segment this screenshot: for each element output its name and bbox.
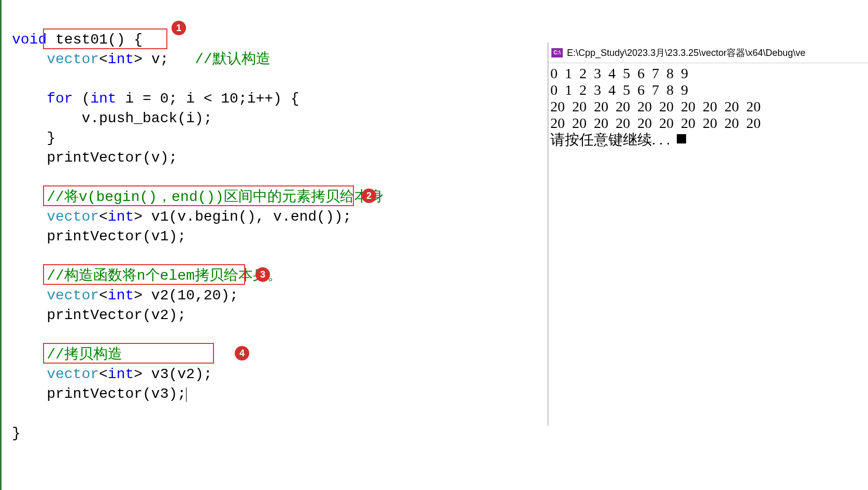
console-window[interactable]: C:\ E:\Cpp_Study\2023.3月\23.3.25\vector容… (548, 42, 868, 426)
console-line: 20 20 20 20 20 20 20 20 20 20 (550, 115, 761, 131)
keyword-int: int (108, 287, 134, 304)
code-text: ( (73, 91, 91, 107)
code-text: < (99, 209, 108, 225)
comment: //将v(begin()，end())区间中的元素拷贝给本身 (12, 189, 383, 205)
code-text: > v3(v2); (134, 366, 212, 382)
code-text: } (12, 130, 55, 146)
keyword-int: int (108, 51, 134, 67)
console-body[interactable]: 0 1 2 3 4 5 6 7 8 9 0 1 2 3 4 5 6 7 8 9 … (548, 63, 868, 150)
console-title: E:\Cpp_Study\2023.3月\23.3.25\vector容器\x6… (567, 47, 805, 59)
code-content: void test01() { vector<int> v; //默认构造 fo… (12, 10, 383, 463)
code-text: test01() { (47, 32, 143, 48)
type-vector: vector (12, 366, 99, 382)
code-text: > v2(10,20); (134, 287, 238, 304)
text-cursor (186, 387, 187, 402)
type-vector: vector (12, 209, 99, 225)
code-text: i = 0; i < 10;i++) { (117, 91, 300, 107)
type-vector: vector (47, 51, 99, 67)
console-titlebar[interactable]: C:\ E:\Cpp_Study\2023.3月\23.3.25\vector容… (548, 42, 868, 63)
annotation-badge-2: 2 (362, 189, 376, 203)
code-editor[interactable]: - - void test01() { vector<int> v; //默认构… (0, 0, 440, 490)
code-text: printVector(v); (12, 150, 177, 166)
comment: //构造函数将n个elem拷贝给本身。 (12, 268, 282, 284)
code-text: printVector(v3); (12, 386, 186, 402)
code-text: < (99, 366, 108, 382)
console-line: 20 20 20 20 20 20 20 20 20 20 (550, 98, 761, 114)
console-line: 0 1 2 3 4 5 6 7 8 9 (550, 65, 688, 81)
keyword-for: for (12, 91, 73, 107)
type-vector: vector (12, 287, 99, 304)
code-text: > v; (134, 51, 168, 67)
code-text: < (99, 287, 108, 304)
code-text: printVector(v1); (12, 228, 186, 244)
console-icon: C:\ (551, 48, 563, 57)
fold-gutter: - - (0, 0, 2, 490)
annotation-badge-4: 4 (235, 346, 249, 361)
comment: //默认构造 (169, 51, 271, 67)
annotation-badge-1: 1 (172, 21, 186, 35)
console-line: 0 1 2 3 4 5 6 7 8 9 (550, 82, 688, 98)
keyword-int: int (108, 209, 134, 225)
keyword-int: int (90, 91, 116, 107)
console-cursor (677, 134, 686, 143)
keyword-int: int (108, 366, 134, 382)
code-text: printVector(v2); (12, 307, 186, 323)
code-text: } (12, 425, 21, 441)
code-text: < (99, 51, 108, 67)
comment: //拷贝构造 (12, 347, 122, 363)
console-prompt: 请按任意键继续. . . (550, 132, 674, 148)
keyword-void: void (12, 32, 47, 48)
code-text: v.push_back(i); (12, 110, 212, 126)
code-text: > v1(v.begin(), v.end()); (134, 209, 351, 225)
annotation-badge-3: 3 (255, 267, 270, 282)
